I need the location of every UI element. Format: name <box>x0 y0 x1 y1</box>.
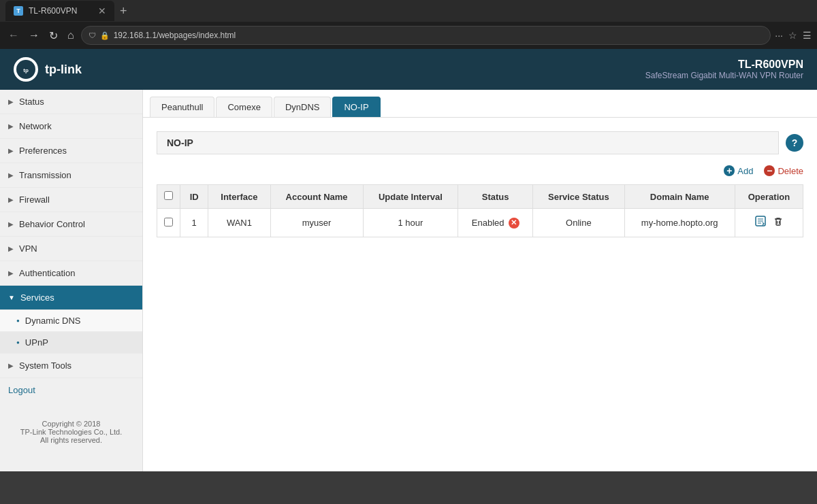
sidebar-label: Transmission <box>19 170 71 180</box>
logo-text: tp-link <box>45 63 82 77</box>
row-checkbox-cell <box>157 209 180 237</box>
menu-icon[interactable]: ☰ <box>803 30 812 41</box>
row-domain-name: my-home.hopto.org <box>624 209 735 237</box>
sidebar-item-status[interactable]: ▶ Status <box>0 90 142 114</box>
submenu-item-dynamic-dns[interactable]: ● Dynamic DNS <box>0 310 142 332</box>
sidebar-item-transmission[interactable]: ▶ Transmission <box>0 163 142 188</box>
sidebar-label: VPN <box>19 243 37 254</box>
sidebar-item-services[interactable]: ▼ Services <box>0 286 142 310</box>
main-content: Peanuthull Comexe DynDNS NO-IP NO-IP ? +… <box>143 90 817 471</box>
row-delete-button[interactable] <box>773 218 784 229</box>
arrow-icon: ▶ <box>8 220 14 228</box>
router-description: SafeStream Gigabit Multi-WAN VPN Router <box>645 71 803 80</box>
sidebar-label: System Tools <box>19 360 71 371</box>
add-label: Add <box>737 166 753 176</box>
arrow-icon: ▶ <box>8 245 14 252</box>
sidebar-label: Behavior Control <box>19 219 85 229</box>
sidebar: ▶ Status ▶ Network ▶ Preferences ▶ Trans… <box>0 90 143 471</box>
submenu-item-upnp[interactable]: ● UPnP <box>0 332 142 354</box>
sidebar-footer: Copyright © 2018TP-Link Technologies Co.… <box>0 409 142 455</box>
browser-titlebar: T TL-R600VPN ✕ + <box>0 0 817 22</box>
page-title-bar: NO-IP <box>157 131 779 154</box>
sidebar-item-network[interactable]: ▶ Network <box>0 114 142 139</box>
router-app: tp tp-link TL-R600VPN SafeStream Gigabit… <box>0 49 817 471</box>
status-x-icon[interactable]: ✕ <box>509 218 519 229</box>
back-button[interactable]: ← <box>5 27 22 44</box>
router-header: tp tp-link TL-R600VPN SafeStream Gigabit… <box>0 49 817 90</box>
more-icon[interactable]: ··· <box>775 30 783 41</box>
tab-noip[interactable]: NO-IP <box>332 97 380 117</box>
content-area: NO-IP ? + Add − Delete <box>143 118 817 471</box>
arrow-icon: ▶ <box>8 171 14 179</box>
sidebar-label: Preferences <box>19 146 67 156</box>
arrow-icon: ▶ <box>8 362 14 369</box>
table-header-checkbox <box>157 185 180 209</box>
new-tab-button[interactable]: + <box>120 4 127 18</box>
row-checkbox[interactable] <box>164 218 173 226</box>
row-update-interval: 1 hour <box>363 209 458 237</box>
tab-title: TL-R600VPN <box>29 6 77 16</box>
arrow-icon: ▶ <box>8 269 14 277</box>
bookmark-icon[interactable]: ☆ <box>788 30 797 41</box>
lock-icon: 🔒 <box>100 31 110 40</box>
select-all-checkbox[interactable] <box>164 191 173 200</box>
sidebar-label: Services <box>20 292 54 303</box>
sidebar-item-vpn[interactable]: ▶ VPN <box>0 237 142 261</box>
delete-button[interactable]: − Delete <box>764 165 803 176</box>
tab-peanuthull[interactable]: Peanuthull <box>150 97 214 117</box>
svg-text:tp: tp <box>23 67 29 73</box>
sidebar-item-authentication[interactable]: ▶ Authentication <box>0 261 142 286</box>
table-row: 1 WAN1 myuser 1 hour Enabled ✕ Online <box>157 209 803 237</box>
tab-favicon-icon: T <box>14 6 23 16</box>
edit-button[interactable] <box>754 215 767 231</box>
arrow-icon: ▶ <box>8 147 14 154</box>
arrow-icon: ▼ <box>8 294 15 301</box>
sidebar-item-system-tools[interactable]: ▶ System Tools <box>0 354 142 378</box>
row-status: Enabled ✕ <box>458 209 533 237</box>
arrow-icon: ▶ <box>8 98 14 105</box>
sidebar-label: Status <box>19 97 44 107</box>
table-header-status: Status <box>458 185 533 209</box>
home-button[interactable]: ⌂ <box>65 27 77 44</box>
page-header: NO-IP ? <box>157 131 803 154</box>
address-bar[interactable]: 🛡 🔒 192.168.1.1/webpages/index.html <box>81 26 771 45</box>
row-interface: WAN1 <box>208 209 270 237</box>
sidebar-item-firewall[interactable]: ▶ Firewall <box>0 188 142 212</box>
tab-dyndns[interactable]: DynDNS <box>274 97 332 117</box>
arrow-icon: ▶ <box>8 122 14 130</box>
submenu-dot-icon: ● <box>16 318 20 324</box>
table-header-interface: Interface <box>208 185 270 209</box>
router-model: TL-R600VPN <box>645 58 803 71</box>
router-body: ▶ Status ▶ Network ▶ Preferences ▶ Trans… <box>0 90 817 471</box>
table-header-account-name: Account Name <box>270 185 363 209</box>
help-button[interactable]: ? <box>786 134 803 152</box>
table-header-service-status: Service Status <box>533 185 624 209</box>
sidebar-label: Authentication <box>19 268 75 278</box>
browser-tab-active[interactable]: T TL-R600VPN ✕ <box>5 1 114 21</box>
add-icon: + <box>724 165 735 176</box>
sidebar-item-behavior-control[interactable]: ▶ Behavior Control <box>0 212 142 237</box>
submenu-label: Dynamic DNS <box>25 316 81 326</box>
table-header-id: ID <box>180 185 208 209</box>
arrow-icon: ▶ <box>8 196 14 203</box>
tab-close-icon[interactable]: ✕ <box>98 5 106 16</box>
reload-button[interactable]: ↻ <box>46 27 61 45</box>
router-info: TL-R600VPN SafeStream Gigabit Multi-WAN … <box>645 58 803 80</box>
table-header-update-interval: Update Interval <box>363 185 458 209</box>
add-button[interactable]: + Add <box>724 165 753 176</box>
tab-bar: Peanuthull Comexe DynDNS NO-IP <box>143 90 817 118</box>
forward-button[interactable]: → <box>26 27 42 44</box>
browser-toolbar-icons: ··· ☆ ☰ <box>775 30 812 41</box>
logout-link[interactable]: Logout <box>0 378 142 402</box>
status-enabled-container: Enabled ✕ <box>465 218 526 229</box>
sidebar-label: Firewall <box>19 195 50 205</box>
submenu-label: UPnP <box>25 337 48 348</box>
noip-table: ID Interface Account Name Update Interva… <box>157 184 803 237</box>
delete-icon: − <box>764 165 775 176</box>
logo-icon: tp <box>14 57 38 82</box>
action-bar: + Add − Delete <box>157 165 803 176</box>
row-operation <box>735 209 803 237</box>
sidebar-item-preferences[interactable]: ▶ Preferences <box>0 139 142 163</box>
table-header-operation: Operation <box>735 185 803 209</box>
tab-comexe[interactable]: Comexe <box>216 97 272 117</box>
